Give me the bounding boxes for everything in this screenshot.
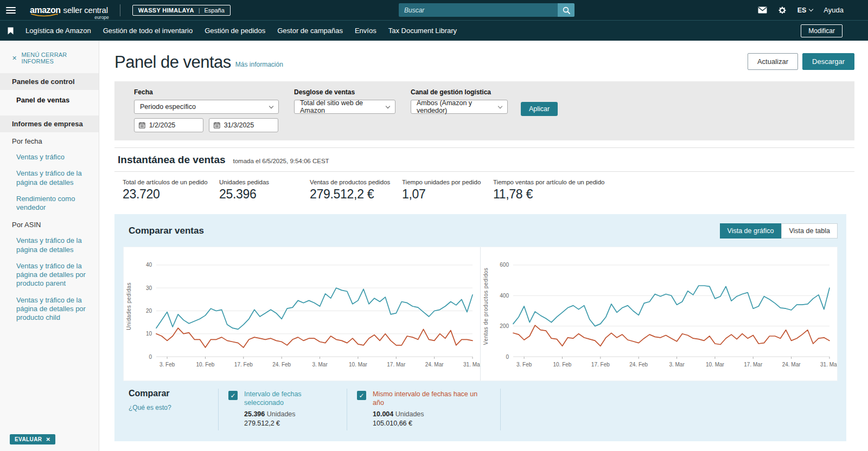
nav-item-tax-library[interactable]: Tax Document Library: [388, 27, 457, 35]
settings-button[interactable]: [778, 6, 787, 15]
apply-button[interactable]: Aplicar: [521, 102, 558, 116]
nav-item-logistica[interactable]: Logística de Amazon: [25, 27, 91, 35]
search-input[interactable]: [399, 3, 558, 17]
tab-graph-view[interactable]: Vista de gráfico: [720, 223, 782, 239]
sidebar-item-asin-detalles[interactable]: Ventas y tráfico de la página de detalle…: [0, 233, 99, 258]
modify-nav-button[interactable]: Modificar: [801, 24, 843, 37]
tab-table-view[interactable]: Vista de tabla: [781, 223, 838, 239]
legend-item-prior-year: ✓ Mismo intervalo de fechas hace un año …: [347, 389, 500, 430]
language-selector[interactable]: ES: [797, 7, 813, 14]
date-to-field: [209, 118, 278, 132]
legend-item-selected-range: ✓ Intervalo de fechas seleccionado 25.39…: [218, 389, 347, 430]
what-is-this-link[interactable]: ¿Qué es esto?: [129, 404, 218, 411]
amazon-seller-central-logo[interactable]: amazon seller central europe: [30, 5, 108, 15]
metric-units-per-order: Tiempo unidades por pedido 1,07: [402, 179, 493, 202]
metric-label: Total de artículos de un pedido: [123, 179, 219, 185]
date-to-input[interactable]: [224, 121, 273, 129]
calendar-icon: [139, 121, 145, 129]
date-from-input[interactable]: [149, 121, 199, 129]
checkbox-selected-range[interactable]: ✓: [228, 391, 238, 400]
charts-card: 0102030403. Feb10. Feb17. Feb24. Feb3. M…: [123, 247, 838, 381]
sidebar-item-ventas-trafico[interactable]: Ventas y tráfico: [0, 149, 99, 165]
snapshot-timestamp: tomada el 6/5/2025, 9:54:06 CEST: [233, 158, 329, 164]
metric-value: 1,07: [402, 187, 493, 202]
y-tick-label: 30: [146, 285, 152, 291]
x-tick-label: 24. Feb: [272, 362, 291, 368]
legend-units-value: 25.396: [244, 410, 265, 418]
metric-value: 23.720: [123, 187, 219, 202]
help-link[interactable]: Ayuda: [824, 6, 844, 14]
bookmark-icon[interactable]: [8, 27, 14, 35]
download-button[interactable]: Descargar: [802, 53, 854, 70]
x-tick-label: 3. Mar: [669, 362, 685, 368]
metric-value: 25.396: [219, 187, 310, 202]
metric-value: 279.512,2 €: [310, 187, 402, 202]
y-tick-label: 400: [500, 293, 509, 299]
line-chart-svg: 02004006003. Feb10. Feb17. Feb24. Feb3. …: [481, 247, 837, 381]
metric-total-items: Total de artículos de un pedido 23.720: [123, 179, 219, 202]
search-button[interactable]: [558, 3, 575, 17]
series-line: [156, 328, 473, 347]
sidebar-item-asin-producto-child[interactable]: Ventas y tráfico de la página de detalle…: [0, 292, 99, 326]
sidebar-subhead-por-asin: Por ASIN: [0, 216, 99, 233]
y-tick-label: 10: [146, 331, 152, 337]
nav-item-campanas[interactable]: Gestor de campañas: [277, 27, 343, 35]
envelope-icon: [758, 7, 767, 14]
x-tick-label: 10. Mar: [706, 362, 725, 368]
nav-item-inventario[interactable]: Gestión de todo el inventario: [103, 27, 193, 35]
x-tick-label: 10. Mar: [349, 362, 368, 368]
sidebar-item-asin-producto-parent[interactable]: Ventas y tráfico de la página de detalle…: [0, 258, 99, 292]
marketplace-name: España: [205, 7, 225, 14]
legend-label[interactable]: Mismo intervalo de fechas hace un año: [373, 390, 489, 408]
legend-units-word: Unidades: [267, 410, 296, 418]
metric-label: Tiempo unidades por pedido: [402, 179, 493, 185]
sidebar-section-dashboards: Paneles de control: [0, 73, 99, 90]
sidebar-subhead-por-fecha: Por fecha: [0, 132, 99, 149]
x-tick-label: 10. Feb: [196, 362, 215, 368]
legend-amount: 105.010,66 €: [373, 420, 489, 427]
x-tick-label: 31. Mar: [820, 362, 837, 368]
sales-snapshot-section: Instantánea de ventas tomada el 6/5/2025…: [114, 147, 854, 210]
y-tick-label: 20: [146, 308, 152, 314]
page-title: Panel de ventas: [114, 53, 231, 72]
sidebar-item-panel-de-ventas[interactable]: Panel de ventas: [0, 90, 99, 110]
refresh-button[interactable]: Actualizar: [748, 53, 798, 70]
header-actions: ES Ayuda: [758, 0, 844, 20]
legend-units-word: Unidades: [395, 410, 424, 418]
y-axis-label: Unidades pedidas: [126, 282, 132, 330]
legend-units-value: 10.004: [373, 410, 393, 418]
compare-sales-panel: Comparar ventas Vista de gráfico Vista d…: [114, 214, 846, 441]
close-reports-menu[interactable]: ✕ MENÚ CERRAR INFORMES: [0, 41, 99, 68]
checkbox-prior-year[interactable]: ✓: [357, 391, 366, 400]
breakdown-filter-label: Desglose de ventas: [294, 88, 395, 96]
chevron-down-icon: [269, 104, 273, 108]
account-divider: |: [199, 7, 200, 14]
legend-title: Comparar: [129, 389, 218, 398]
more-info-link[interactable]: Más información: [235, 61, 283, 68]
sales-breakdown-value: Total del sitio web de Amazon: [300, 99, 386, 114]
nav-item-envios[interactable]: Envíos: [355, 27, 376, 35]
legend-amount: 279.512,2 €: [244, 420, 336, 427]
search-icon: [563, 7, 570, 14]
y-tick-label: 600: [500, 262, 509, 268]
sidebar-section-business-reports: Informes de empresa: [0, 115, 99, 132]
sales-breakdown-select[interactable]: Total del sitio web de Amazon: [294, 100, 395, 114]
fulfillment-channel-value: Ambos (Amazon y vendedor): [417, 99, 499, 114]
series-line: [513, 286, 829, 326]
hamburger-menu-icon[interactable]: [6, 5, 16, 15]
evaluate-label: EVALUAR: [15, 436, 42, 442]
sidebar-item-rendimiento-vendedor[interactable]: Rendimiento como vendedor: [0, 191, 99, 216]
nav-item-pedidos[interactable]: Gestión de pedidos: [205, 27, 265, 35]
sidebar-item-ventas-trafico-detalles[interactable]: Ventas y tráfico de la página de detalle…: [0, 165, 99, 191]
fulfillment-channel-select[interactable]: Ambos (Amazon y vendedor): [411, 100, 508, 114]
x-tick-label: 17. Feb: [591, 362, 610, 368]
date-range-select[interactable]: Periodo específico: [134, 100, 279, 114]
legend-label[interactable]: Intervalo de fechas seleccionado: [244, 390, 336, 408]
evaluate-badge[interactable]: EVALUAR ✕: [10, 434, 55, 444]
series-line: [513, 325, 829, 346]
gear-icon: [778, 6, 787, 15]
account-marketplace-switcher[interactable]: WASSY HIMALAYA | España: [132, 5, 231, 16]
messages-button[interactable]: [758, 7, 767, 14]
region-label: europe: [94, 15, 108, 20]
metric-label: Ventas de productos pedidos: [310, 179, 402, 185]
